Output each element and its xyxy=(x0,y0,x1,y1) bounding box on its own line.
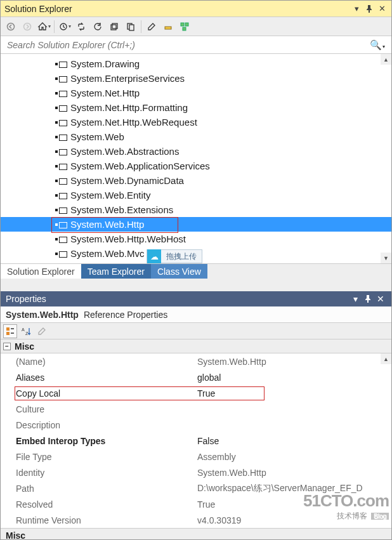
reference-label: System.EnterpriseServices xyxy=(70,73,185,84)
reference-item[interactable]: System.Web.Extensions xyxy=(1,202,391,217)
reference-label: System.Web.Http xyxy=(70,219,144,230)
property-row[interactable]: Culture xyxy=(1,401,391,417)
property-name: File Type xyxy=(1,452,194,462)
reference-label: System.Net.Http.Formatting xyxy=(70,102,188,113)
svg-point-1 xyxy=(24,23,31,30)
scroll-up-button[interactable]: ▲ xyxy=(381,353,391,364)
reference-icon xyxy=(55,119,67,126)
reference-item[interactable]: System.Net.Http.Formatting xyxy=(1,100,391,115)
property-pages-button[interactable] xyxy=(35,324,49,338)
solution-explorer-titlebar: Solution Explorer ▾ ✕ xyxy=(1,1,391,17)
collapse-toggle-icon[interactable]: − xyxy=(3,343,11,350)
property-row[interactable]: ResolvedTrue xyxy=(1,496,391,512)
reference-icon xyxy=(55,75,67,82)
preview-button[interactable] xyxy=(160,19,176,34)
reference-icon xyxy=(55,133,67,141)
home-button[interactable]: ▾ xyxy=(36,19,51,34)
panel-gap xyxy=(1,279,391,291)
panel-tab[interactable]: Class View xyxy=(151,264,207,279)
upload-badge[interactable]: ☁ 拖拽上传 xyxy=(147,249,202,263)
reference-item[interactable]: System.Web.ApplicationServices xyxy=(1,159,391,173)
sync-button[interactable] xyxy=(74,19,89,34)
forward-button[interactable] xyxy=(20,19,35,34)
scroll-up-button[interactable]: ▲ xyxy=(381,54,391,65)
view-class-diagram-button[interactable] xyxy=(177,19,192,34)
property-name: Embed Interop Types xyxy=(1,436,194,446)
reference-item[interactable]: System.Net.Http.WebRequest xyxy=(1,115,391,129)
description-header: Misc xyxy=(1,528,391,540)
reference-label: System.Web xyxy=(70,131,124,142)
svg-rect-8 xyxy=(181,23,184,26)
reference-item[interactable]: System.Drawing xyxy=(1,56,391,71)
panel-tabs: Solution ExplorerTeam ExplorerClass View xyxy=(1,263,391,279)
reference-item[interactable]: System.Net.Http xyxy=(1,86,391,100)
show-all-files-button[interactable] xyxy=(123,19,138,34)
reference-icon xyxy=(55,177,67,185)
svg-rect-4 xyxy=(112,23,117,29)
search-icon[interactable]: 🔍▾ xyxy=(370,39,385,51)
property-row[interactable]: Runtime Versionv4.0.30319 xyxy=(1,512,391,528)
property-row[interactable]: (Name)System.Web.Http xyxy=(1,353,391,369)
separator xyxy=(54,20,55,33)
panel-tab[interactable]: Solution Explorer xyxy=(1,264,81,279)
svg-rect-9 xyxy=(185,23,188,26)
reference-item[interactable]: System.EnterpriseServices xyxy=(1,71,391,86)
reference-item[interactable]: System.Web.Http.WebHost xyxy=(1,232,391,246)
property-value: System.Web.Http xyxy=(194,468,391,478)
reference-label: System.Web.Http.WebHost xyxy=(70,234,186,244)
scroll-down-button[interactable]: ▼ xyxy=(381,253,391,263)
property-name: Copy Local xyxy=(1,388,194,398)
property-name: Description xyxy=(1,420,194,430)
reference-icon xyxy=(55,162,67,170)
reference-icon xyxy=(55,192,67,199)
panel-title: Solution Explorer xyxy=(4,4,350,14)
reference-item[interactable]: System.Web.DynamicData xyxy=(1,173,391,188)
property-row[interactable]: IdentitySystem.Web.Http xyxy=(1,464,391,480)
reference-icon xyxy=(55,89,67,97)
property-value: Assembly xyxy=(194,452,391,462)
properties-title: Properties xyxy=(6,294,348,304)
reference-item[interactable]: System.Web.Http xyxy=(1,217,391,232)
properties-grid: ▲ (Name)System.Web.HttpAliasesglobalCopy… xyxy=(1,353,391,528)
close-icon[interactable]: ✕ xyxy=(375,293,386,305)
property-row[interactable]: File TypeAssembly xyxy=(1,449,391,464)
back-button[interactable] xyxy=(3,19,18,34)
close-icon[interactable]: ✕ xyxy=(376,3,388,15)
svg-rect-3 xyxy=(111,25,116,30)
property-name: Aliases xyxy=(1,372,194,383)
window-position-dropdown[interactable]: ▾ xyxy=(350,293,361,305)
description-category: Misc xyxy=(6,530,25,541)
property-row[interactable]: PathD:\workspace\练习\ServerManager_EF_D xyxy=(1,480,391,496)
alphabetical-button[interactable]: AZ xyxy=(19,324,33,338)
category-name: Misc xyxy=(15,341,34,352)
property-row[interactable]: Aliasesglobal xyxy=(1,369,391,385)
auto-hide-pin-icon[interactable] xyxy=(363,3,375,15)
reference-item[interactable]: System.Web.Abstractions xyxy=(1,144,391,159)
property-value: True xyxy=(194,388,391,398)
property-row[interactable]: Embed Interop TypesFalse xyxy=(1,433,391,449)
property-value: v4.0.30319 xyxy=(194,515,391,525)
panel-tab[interactable]: Team Explorer xyxy=(81,264,151,279)
subject-name: System.Web.Http xyxy=(6,310,79,320)
reference-label: System.Web.Mvc xyxy=(70,248,144,259)
reference-icon xyxy=(55,250,67,258)
property-name: Resolved xyxy=(1,499,194,510)
category-header[interactable]: − Misc xyxy=(1,339,391,353)
categorized-button[interactable] xyxy=(3,324,17,338)
solution-tree: System.DrawingSystem.EnterpriseServicesS… xyxy=(1,54,391,263)
svg-rect-11 xyxy=(6,327,10,331)
properties-button[interactable] xyxy=(144,19,159,34)
collapse-all-button[interactable] xyxy=(107,19,122,34)
pending-changes-filter-button[interactable]: ▾ xyxy=(57,19,72,34)
property-row[interactable]: Description xyxy=(1,417,391,433)
search-input[interactable] xyxy=(7,40,370,50)
reference-icon xyxy=(55,221,67,228)
reference-item[interactable]: System.Web xyxy=(1,129,391,144)
properties-titlebar: Properties ▾ ✕ xyxy=(1,291,391,306)
reference-item[interactable]: System.Web.Entity xyxy=(1,188,391,202)
property-name: Culture xyxy=(1,404,194,414)
refresh-button[interactable] xyxy=(90,19,105,34)
property-row[interactable]: Copy LocalTrue xyxy=(1,385,391,401)
window-position-dropdown[interactable]: ▾ xyxy=(351,3,362,15)
auto-hide-pin-icon[interactable] xyxy=(362,293,374,305)
